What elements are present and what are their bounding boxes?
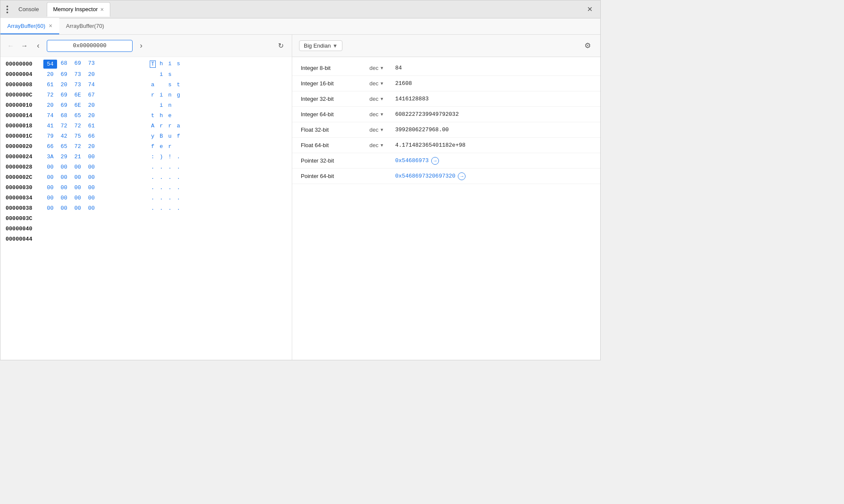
ascii-char[interactable]: ): [158, 154, 164, 160]
ascii-char[interactable]: .: [150, 174, 156, 181]
hex-byte[interactable]: 00: [85, 184, 98, 191]
ascii-char[interactable]: n: [167, 92, 173, 98]
hex-byte[interactable]: 20: [43, 102, 57, 109]
hex-byte[interactable]: 74: [85, 81, 98, 88]
forward-button[interactable]: →: [19, 41, 30, 51]
format-dropdown-int8[interactable]: dec ▼: [369, 65, 395, 71]
hex-byte[interactable]: 72: [71, 143, 85, 150]
hex-byte[interactable]: 61: [43, 81, 57, 88]
ascii-char[interactable]: .: [158, 195, 164, 201]
hex-byte[interactable]: 00: [71, 194, 85, 202]
settings-button[interactable]: ⚙: [581, 40, 593, 52]
hex-byte[interactable]: 69: [57, 102, 71, 109]
hex-byte[interactable]: 00: [85, 174, 98, 181]
ascii-char[interactable]: .: [158, 205, 164, 211]
format-dropdown-int64[interactable]: dec ▼: [369, 111, 395, 118]
hex-byte[interactable]: 54: [43, 60, 57, 69]
hex-byte[interactable]: 20: [85, 112, 98, 119]
pointer-32-link[interactable]: 0x54686973 →: [395, 157, 439, 165]
hex-byte[interactable]: 20: [85, 102, 98, 109]
hex-byte[interactable]: 72: [43, 91, 57, 99]
ascii-char[interactable]: [175, 71, 182, 78]
ascii-char[interactable]: s: [167, 71, 173, 78]
endian-select[interactable]: Big Endian ▼: [299, 40, 342, 51]
hex-byte[interactable]: 72: [71, 122, 85, 130]
hex-byte[interactable]: 00: [71, 174, 85, 181]
hex-byte[interactable]: 73: [71, 71, 85, 78]
ascii-char[interactable]: .: [150, 184, 156, 191]
back-button[interactable]: ←: [6, 41, 16, 51]
hex-byte[interactable]: 00: [57, 163, 71, 171]
ascii-char[interactable]: .: [175, 195, 182, 201]
format-dropdown-int16[interactable]: dec ▼: [369, 80, 395, 87]
hex-byte[interactable]: 74: [43, 112, 57, 119]
refresh-button[interactable]: ↻: [275, 40, 287, 52]
hex-byte[interactable]: 73: [71, 81, 85, 88]
navigate-pointer-32-icon[interactable]: →: [431, 157, 439, 165]
hex-byte[interactable]: 66: [85, 133, 98, 140]
ascii-char[interactable]: n: [167, 102, 173, 109]
ascii-char[interactable]: t: [150, 112, 156, 119]
ascii-char[interactable]: .: [175, 184, 182, 191]
hex-byte[interactable]: 20: [57, 81, 71, 88]
hex-byte[interactable]: 21: [71, 153, 85, 160]
hex-byte[interactable]: 69: [57, 91, 71, 99]
navigate-pointer-64-icon[interactable]: →: [458, 172, 466, 180]
ascii-char[interactable]: r: [158, 123, 164, 129]
ascii-char[interactable]: .: [175, 154, 182, 160]
hex-byte[interactable]: 00: [43, 184, 57, 191]
hex-byte[interactable]: 41: [43, 122, 57, 130]
hex-byte[interactable]: 75: [71, 133, 85, 140]
address-input[interactable]: [47, 40, 133, 52]
ascii-char[interactable]: a: [175, 123, 182, 129]
ascii-char[interactable]: .: [175, 164, 182, 170]
ascii-char[interactable]: r: [167, 123, 173, 129]
hex-byte[interactable]: 65: [71, 112, 85, 119]
hex-byte[interactable]: 00: [71, 163, 85, 171]
ascii-char[interactable]: [150, 102, 156, 109]
ascii-char[interactable]: T: [150, 60, 156, 68]
ascii-char[interactable]: .: [158, 164, 164, 170]
hex-byte[interactable]: 00: [43, 205, 57, 212]
hex-byte[interactable]: 00: [57, 184, 71, 191]
hex-byte[interactable]: 73: [85, 60, 98, 69]
hex-byte[interactable]: 68: [57, 112, 71, 119]
hex-byte[interactable]: 00: [85, 194, 98, 202]
ascii-char[interactable]: e: [167, 112, 173, 119]
ascii-char[interactable]: [175, 102, 182, 109]
hex-byte[interactable]: 00: [57, 174, 71, 181]
hex-byte[interactable]: 42: [57, 133, 71, 140]
ascii-char[interactable]: .: [167, 205, 173, 211]
hex-byte[interactable]: 00: [85, 205, 98, 212]
hex-byte[interactable]: 68: [57, 60, 71, 69]
ascii-char[interactable]: s: [167, 81, 173, 88]
hex-byte[interactable]: 00: [43, 174, 57, 181]
tab-console[interactable]: Console: [12, 2, 45, 17]
hex-byte[interactable]: 6E: [71, 102, 85, 109]
ascii-char[interactable]: e: [158, 143, 164, 150]
ascii-char[interactable]: h: [158, 112, 164, 119]
ascii-char[interactable]: A: [150, 123, 156, 129]
hex-byte[interactable]: 00: [71, 205, 85, 212]
ascii-char[interactable]: .: [158, 174, 164, 181]
ascii-char[interactable]: !: [167, 154, 173, 160]
buffer-tab-60[interactable]: ArrayBuffer(60) ×: [0, 18, 59, 34]
ascii-char[interactable]: i: [167, 60, 173, 68]
ascii-char[interactable]: r: [150, 92, 156, 98]
ascii-char[interactable]: .: [167, 164, 173, 170]
buffer-tab-60-close[interactable]: ×: [49, 22, 52, 29]
ascii-char[interactable]: a: [150, 81, 156, 88]
hex-byte[interactable]: 65: [57, 143, 71, 150]
hex-byte[interactable]: 69: [71, 60, 85, 69]
hex-byte[interactable]: 61: [85, 122, 98, 130]
hex-byte[interactable]: 00: [85, 153, 98, 160]
hex-byte[interactable]: 00: [43, 194, 57, 202]
hex-byte[interactable]: 3A: [43, 153, 57, 160]
hex-byte[interactable]: 00: [43, 163, 57, 171]
ascii-char[interactable]: .: [150, 164, 156, 170]
ascii-char[interactable]: .: [167, 195, 173, 201]
ascii-char[interactable]: .: [158, 184, 164, 191]
hex-byte[interactable]: 00: [85, 163, 98, 171]
tab-memory-inspector-close[interactable]: ×: [100, 6, 104, 12]
ascii-char[interactable]: .: [175, 174, 182, 181]
